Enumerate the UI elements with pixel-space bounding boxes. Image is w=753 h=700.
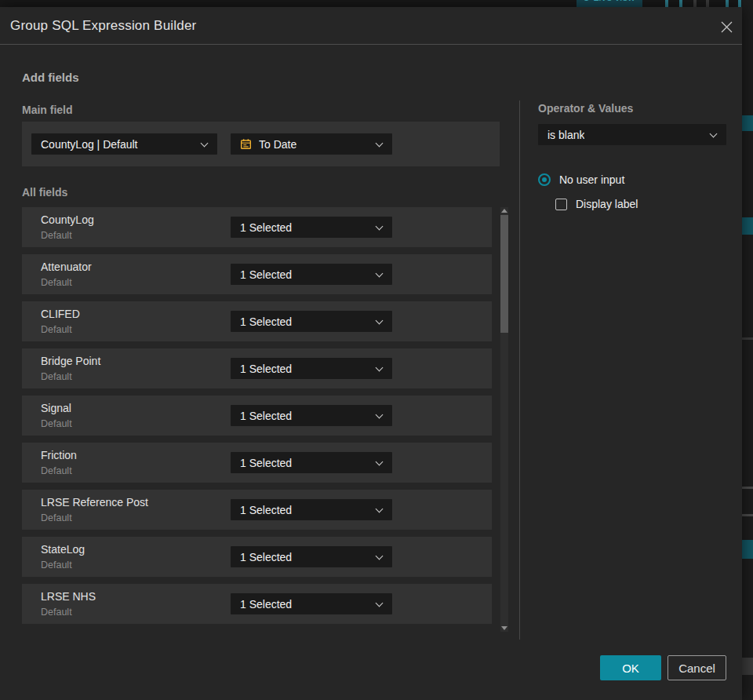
chevron-down-icon: [376, 458, 384, 466]
field-values-select[interactable]: 1 Selected: [231, 358, 392, 379]
toolbar-icon-fragment: [738, 0, 741, 7]
chevron-down-icon: [376, 505, 384, 513]
field-values-select[interactable]: 1 Selected: [231, 264, 392, 285]
scroll-down-icon[interactable]: [501, 626, 507, 630]
field-name: StateLog: [41, 543, 85, 556]
checkbox-unchecked-icon: [555, 199, 567, 210]
background-fragment: [742, 487, 753, 489]
field-name: Signal: [41, 402, 71, 414]
field-subtitle: Default: [41, 512, 72, 523]
background-app-topbar: Live view: [0, 0, 753, 7]
calendar-date-icon: [240, 138, 252, 150]
background-fragment: [742, 658, 753, 675]
background-fragment: [742, 217, 753, 235]
background-app-right-edge: [742, 0, 753, 700]
background-fragment: [742, 540, 753, 559]
field-values-select-value: 1 Selected: [240, 457, 292, 469]
toolbar-icon-fragment: [706, 0, 709, 7]
field-name: Bridge Point: [41, 355, 100, 367]
display-label-text: Display label: [576, 198, 638, 210]
main-field-panel: CountyLog | Default To Date: [22, 122, 500, 166]
chevron-down-icon: [376, 600, 384, 607]
field-subtitle: Default: [41, 560, 72, 571]
background-fragment: [742, 337, 753, 340]
chevron-down-icon: [376, 552, 384, 560]
chevron-down-icon: [201, 140, 209, 148]
field-subtitle: Default: [41, 418, 72, 429]
chevron-down-icon: [376, 364, 384, 372]
chevron-down-icon: [376, 140, 384, 148]
main-field-label: Main field: [22, 104, 73, 116]
main-field-type-select[interactable]: To Date: [231, 133, 392, 155]
all-fields-list: CountyLogDefault1 SelectedAttenuatorDefa…: [22, 207, 492, 631]
field-values-select[interactable]: 1 Selected: [231, 593, 392, 614]
field-subtitle: Default: [41, 277, 72, 288]
field-name: LRSE NHS: [41, 590, 96, 603]
field-row: FrictionDefault1 Selected: [22, 443, 492, 483]
field-row: SignalDefault1 Selected: [22, 396, 492, 436]
field-row: CLIFEDDefault1 Selected: [22, 301, 492, 341]
close-icon[interactable]: [716, 16, 737, 37]
field-name: Attenuator: [41, 261, 92, 273]
group-sql-expression-builder-dialog: Group SQL Expression Builder Add fields …: [0, 7, 742, 700]
field-values-select-value: 1 Selected: [240, 598, 292, 611]
field-values-select-value: 1 Selected: [240, 268, 292, 281]
background-fragment: [742, 514, 753, 516]
field-values-select[interactable]: 1 Selected: [231, 452, 392, 473]
live-view-toggle[interactable]: Live view: [577, 0, 642, 7]
field-subtitle: Default: [41, 371, 72, 382]
operator-select-value: is blank: [547, 129, 584, 141]
field-row: AttenuatorDefault1 Selected: [22, 254, 492, 294]
add-fields-heading: Add fields: [22, 71, 79, 84]
field-values-select-value: 1 Selected: [240, 410, 292, 422]
field-row: LRSE NHSDefault1 Selected: [22, 584, 492, 624]
no-user-input-label: No user input: [559, 173, 624, 186]
field-row: Bridge PointDefault1 Selected: [22, 348, 492, 388]
cancel-button[interactable]: Cancel: [668, 655, 726, 680]
field-values-select[interactable]: 1 Selected: [231, 499, 392, 520]
display-label-checkbox[interactable]: Display label: [555, 198, 638, 210]
field-values-select-value: 1 Selected: [240, 551, 292, 563]
field-subtitle: Default: [41, 324, 72, 335]
field-subtitle: Default: [41, 230, 72, 241]
main-field-type-value: To Date: [259, 138, 296, 151]
live-view-dot-icon: [584, 0, 589, 1]
field-name: CountyLog: [41, 213, 94, 226]
toolbar-icon-fragment: [726, 0, 729, 7]
live-view-label: Live view: [593, 0, 635, 3]
field-row: StateLogDefault1 Selected: [22, 537, 492, 577]
field-values-select-value: 1 Selected: [240, 504, 292, 516]
all-fields-label: All fields: [22, 186, 67, 199]
radio-selected-icon: [538, 173, 551, 186]
field-name: Friction: [41, 449, 77, 461]
chevron-down-icon: [710, 130, 718, 138]
toolbar-icon-fragment: [679, 0, 682, 7]
chevron-down-icon: [376, 223, 384, 231]
field-row: CountyLogDefault1 Selected: [22, 207, 492, 247]
chevron-down-icon: [376, 411, 384, 419]
field-values-select[interactable]: 1 Selected: [231, 546, 392, 567]
field-values-select[interactable]: 1 Selected: [231, 311, 392, 332]
vertical-divider: [519, 100, 520, 640]
main-field-select-value: CountyLog | Default: [41, 138, 138, 151]
background-fragment: [742, 115, 753, 131]
ok-button[interactable]: OK: [600, 655, 661, 680]
field-values-select[interactable]: 1 Selected: [231, 217, 392, 238]
main-field-select[interactable]: CountyLog | Default: [31, 133, 217, 155]
field-subtitle: Default: [41, 465, 72, 476]
chevron-down-icon: [376, 317, 384, 325]
scroll-up-icon[interactable]: [501, 209, 507, 213]
field-values-select[interactable]: 1 Selected: [231, 405, 392, 426]
chevron-down-icon: [376, 270, 384, 278]
dialog-title: Group SQL Expression Builder: [10, 7, 196, 45]
no-user-input-radio[interactable]: No user input: [538, 173, 624, 186]
field-name: LRSE Reference Post: [41, 496, 148, 509]
field-values-select-value: 1 Selected: [240, 363, 292, 375]
field-subtitle: Default: [41, 607, 72, 618]
field-row: LRSE Reference PostDefault1 Selected: [22, 490, 492, 530]
scrollbar-thumb[interactable]: [500, 215, 508, 333]
toolbar-icon-fragment: [693, 0, 697, 7]
field-values-select-value: 1 Selected: [240, 221, 292, 234]
operator-select[interactable]: is blank: [538, 124, 726, 145]
scrollbar[interactable]: [500, 207, 508, 632]
